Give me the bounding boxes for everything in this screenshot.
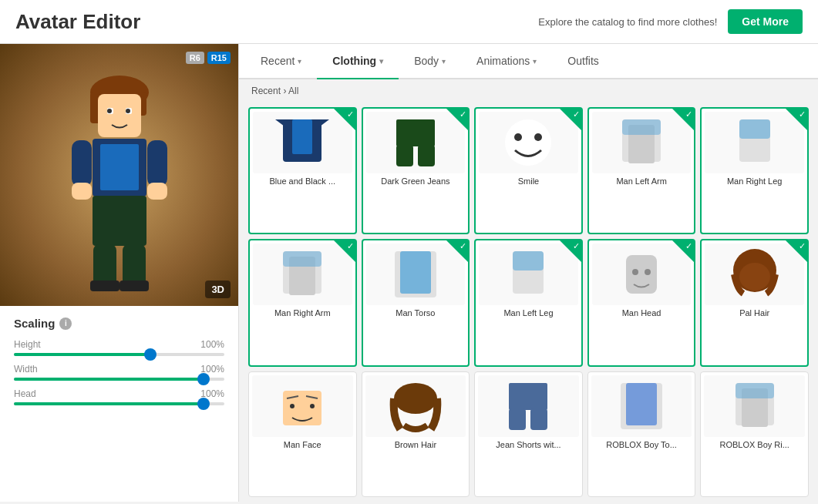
item-label: Pal Hair (705, 308, 804, 318)
item-label: ROBLOX Boy To... (591, 440, 692, 449)
svg-rect-16 (90, 281, 120, 291)
svg-rect-25 (418, 145, 435, 166)
scaling-panel: Scaling i Height 100% Width 100% (0, 306, 238, 424)
head-track (14, 402, 224, 405)
item-card[interactable]: Jean Shorts wit... (474, 371, 583, 497)
head-slider-row: Head 100% (14, 388, 224, 405)
item-image-area (479, 244, 578, 305)
item-card[interactable]: Pal Hair (700, 239, 809, 366)
svg-point-26 (505, 119, 551, 166)
width-slider-row: Width 100% (14, 364, 224, 381)
tab-animations[interactable]: Animations ▾ (461, 44, 552, 79)
svg-rect-9 (100, 144, 139, 190)
item-card[interactable]: Dark Green Jeans (362, 107, 470, 234)
tab-clothing[interactable]: Clothing ▾ (317, 44, 399, 79)
svg-rect-11 (72, 183, 92, 200)
svg-rect-52 (509, 383, 547, 410)
svg-rect-56 (626, 383, 657, 425)
tab-recent[interactable]: Recent ▾ (245, 44, 317, 79)
item-card[interactable]: Brown Hair (362, 371, 470, 497)
svg-rect-24 (396, 145, 413, 166)
breadcrumb: Recent › All (239, 79, 818, 102)
svg-rect-15 (93, 244, 116, 287)
item-label: Man Head (592, 308, 692, 318)
svg-rect-40 (513, 251, 544, 270)
avatar-preview: R6 R15 (0, 44, 238, 306)
width-thumb[interactable] (197, 373, 210, 385)
item-label: Smile (479, 176, 578, 186)
item-card[interactable]: Man Right Arm (248, 239, 357, 366)
item-card[interactable]: ROBLOX Boy To... (587, 371, 696, 497)
svg-rect-53 (509, 408, 526, 430)
header: Avatar Editor Explore the catalog to fin… (0, 0, 818, 44)
breadcrumb-parent[interactable]: Recent (251, 86, 281, 96)
head-thumb[interactable] (197, 398, 210, 410)
height-thumb[interactable] (144, 348, 157, 361)
svg-rect-14 (93, 196, 146, 246)
item-label: Brown Hair (365, 440, 466, 449)
svg-rect-59 (736, 383, 774, 398)
get-more-button[interactable]: Get More (728, 9, 803, 34)
svg-point-6 (107, 109, 112, 113)
svg-rect-38 (400, 251, 431, 294)
item-label: Man Right Leg (705, 176, 804, 186)
svg-rect-20 (292, 119, 312, 154)
svg-rect-54 (530, 408, 547, 430)
item-card[interactable]: Smile (474, 107, 583, 234)
height-label: Height (14, 339, 41, 350)
items-grid: Blue and Black ... Dark Green Jeans Smil… (239, 102, 818, 502)
item-image-area (253, 244, 352, 305)
left-panel: R6 R15 (0, 44, 239, 502)
svg-rect-23 (396, 119, 435, 146)
item-image-area (252, 375, 353, 437)
item-image-area (704, 375, 805, 437)
item-image-area (253, 112, 352, 173)
item-label: Jean Shorts wit... (478, 440, 579, 449)
breadcrumb-current: All (288, 86, 298, 96)
svg-rect-3 (98, 94, 141, 137)
chevron-down-icon: ▾ (379, 57, 383, 66)
item-image-area (478, 375, 579, 437)
svg-point-28 (534, 133, 542, 141)
item-card[interactable]: Man Torso (362, 239, 470, 366)
info-icon[interactable]: i (59, 318, 72, 330)
svg-point-43 (645, 269, 651, 275)
svg-point-7 (126, 109, 130, 113)
width-track (14, 378, 224, 381)
avatar-badges: R6 R15 (186, 52, 231, 64)
item-card[interactable]: Man Head (587, 239, 696, 366)
item-card[interactable]: ROBLOX Boy Ri... (700, 371, 809, 497)
svg-point-50 (310, 404, 315, 408)
chevron-down-icon: ▾ (533, 57, 537, 66)
item-image-area (479, 112, 578, 173)
item-card[interactable]: Blue and Black ... (248, 107, 357, 234)
badge-r6[interactable]: R6 (186, 52, 204, 64)
height-track (14, 353, 224, 356)
promo-text: Explore the catalog to find more clothes… (538, 16, 717, 28)
scaling-title: Scaling i (14, 317, 224, 330)
item-card[interactable]: Man Left Arm (587, 107, 696, 234)
item-image-area (705, 244, 804, 305)
svg-rect-18 (120, 281, 149, 291)
item-card[interactable]: Man Left Leg (474, 239, 583, 366)
item-image-area (592, 244, 692, 305)
badge-3d[interactable]: 3D (205, 281, 231, 298)
avatar-figure (50, 55, 189, 294)
head-label: Head (14, 388, 36, 399)
item-image-area (592, 112, 692, 173)
svg-rect-10 (72, 140, 92, 186)
badge-r15[interactable]: R15 (207, 52, 231, 64)
item-label: Blue and Black ... (253, 176, 352, 186)
item-card[interactable]: Man Right Leg (700, 107, 809, 234)
tab-outfits[interactable]: Outfits (552, 44, 614, 79)
item-label: Man Face (252, 440, 353, 449)
item-card[interactable]: Man Face (248, 371, 357, 497)
item-image-area (365, 375, 466, 437)
item-label: Man Left Leg (479, 308, 578, 318)
tab-body[interactable]: Body ▾ (399, 44, 461, 79)
header-right: Explore the catalog to find more clothes… (538, 9, 803, 34)
width-label: Width (14, 364, 38, 375)
svg-point-42 (632, 269, 638, 275)
item-label: Man Right Arm (253, 308, 352, 318)
svg-rect-36 (283, 251, 321, 267)
